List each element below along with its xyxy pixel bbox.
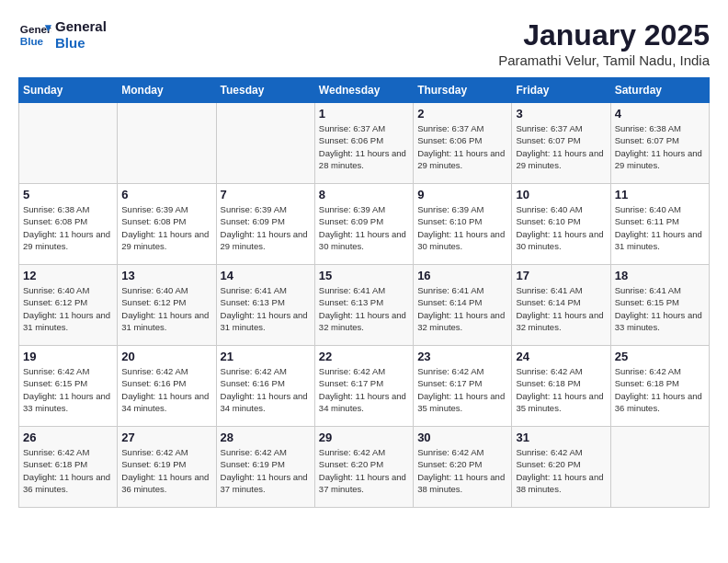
day-number: 23: [417, 350, 507, 363]
day-number: 9: [417, 188, 507, 201]
weekday-header-saturday: Saturday: [610, 78, 709, 103]
cell-detail: Sunrise: 6:41 AM Sunset: 6:13 PM Dayligh…: [221, 284, 311, 333]
day-number: 1: [319, 107, 409, 121]
calendar-cell: 4Sunrise: 6:38 AM Sunset: 6:07 PM Daylig…: [610, 103, 709, 184]
calendar-cell: 11Sunrise: 6:40 AM Sunset: 6:11 PM Dayli…: [610, 184, 709, 265]
logo-blue-text: Blue: [55, 35, 107, 52]
calendar-cell: 10Sunrise: 6:40 AM Sunset: 6:10 PM Dayli…: [512, 184, 610, 265]
calendar-cell: 16Sunrise: 6:41 AM Sunset: 6:14 PM Dayli…: [414, 265, 512, 346]
calendar-cell: 12Sunrise: 6:40 AM Sunset: 6:12 PM Dayli…: [19, 265, 118, 346]
day-number: 25: [615, 350, 705, 363]
day-number: 24: [516, 350, 606, 363]
day-number: 4: [615, 107, 705, 121]
weekday-header-friday: Friday: [512, 78, 610, 103]
calendar-cell: 18Sunrise: 6:41 AM Sunset: 6:15 PM Dayli…: [610, 265, 709, 346]
day-number: 13: [121, 269, 211, 282]
cell-detail: Sunrise: 6:39 AM Sunset: 6:10 PM Dayligh…: [417, 203, 507, 252]
cell-detail: Sunrise: 6:41 AM Sunset: 6:14 PM Dayligh…: [516, 284, 606, 333]
logo-general-text: General: [55, 18, 107, 35]
day-number: 12: [23, 269, 113, 282]
cell-detail: Sunrise: 6:40 AM Sunset: 6:12 PM Dayligh…: [23, 284, 113, 333]
page-header: General Blue General Blue January 2025 P…: [18, 18, 710, 68]
calendar-cell: 6Sunrise: 6:39 AM Sunset: 6:08 PM Daylig…: [118, 184, 216, 265]
calendar-cell: 1Sunrise: 6:37 AM Sunset: 6:06 PM Daylig…: [314, 103, 413, 184]
calendar-week-row: 5Sunrise: 6:38 AM Sunset: 6:08 PM Daylig…: [19, 184, 710, 265]
cell-detail: Sunrise: 6:42 AM Sunset: 6:18 PM Dayligh…: [23, 446, 113, 495]
day-number: 26: [23, 431, 113, 444]
day-number: 17: [516, 269, 606, 282]
cell-detail: Sunrise: 6:38 AM Sunset: 6:07 PM Dayligh…: [615, 122, 705, 171]
day-number: 20: [121, 350, 211, 363]
calendar-cell: 31Sunrise: 6:42 AM Sunset: 6:20 PM Dayli…: [512, 427, 610, 508]
calendar-subtitle: Paramathi Velur, Tamil Nadu, India: [498, 52, 710, 68]
logo-icon: General Blue: [18, 18, 51, 52]
day-number: 16: [417, 269, 507, 282]
day-number: 15: [319, 269, 409, 282]
calendar-cell: 25Sunrise: 6:42 AM Sunset: 6:18 PM Dayli…: [610, 346, 709, 427]
day-number: 2: [417, 107, 507, 121]
weekday-header-tuesday: Tuesday: [216, 78, 314, 103]
day-number: 5: [23, 188, 113, 201]
day-number: 19: [23, 350, 113, 363]
calendar-cell: 15Sunrise: 6:41 AM Sunset: 6:13 PM Dayli…: [314, 265, 413, 346]
calendar-cell: [118, 103, 216, 184]
cell-detail: Sunrise: 6:42 AM Sunset: 6:17 PM Dayligh…: [417, 365, 507, 414]
calendar-cell: 8Sunrise: 6:39 AM Sunset: 6:09 PM Daylig…: [314, 184, 413, 265]
cell-detail: Sunrise: 6:42 AM Sunset: 6:18 PM Dayligh…: [615, 365, 705, 414]
cell-detail: Sunrise: 6:39 AM Sunset: 6:09 PM Dayligh…: [319, 203, 409, 252]
cell-detail: Sunrise: 6:40 AM Sunset: 6:11 PM Dayligh…: [615, 203, 705, 252]
day-number: 7: [221, 188, 311, 201]
day-number: 31: [516, 431, 606, 444]
calendar-cell: 29Sunrise: 6:42 AM Sunset: 6:20 PM Dayli…: [314, 427, 413, 508]
calendar-title: January 2025: [498, 18, 710, 52]
cell-detail: Sunrise: 6:39 AM Sunset: 6:09 PM Dayligh…: [221, 203, 311, 252]
calendar-week-row: 12Sunrise: 6:40 AM Sunset: 6:12 PM Dayli…: [19, 265, 710, 346]
calendar-cell: 24Sunrise: 6:42 AM Sunset: 6:18 PM Dayli…: [512, 346, 610, 427]
svg-text:General: General: [20, 23, 51, 35]
cell-detail: Sunrise: 6:42 AM Sunset: 6:15 PM Dayligh…: [23, 365, 113, 414]
cell-detail: Sunrise: 6:41 AM Sunset: 6:15 PM Dayligh…: [615, 284, 705, 333]
cell-detail: Sunrise: 6:42 AM Sunset: 6:19 PM Dayligh…: [121, 446, 211, 495]
cell-detail: Sunrise: 6:37 AM Sunset: 6:06 PM Dayligh…: [417, 122, 507, 171]
calendar-week-row: 19Sunrise: 6:42 AM Sunset: 6:15 PM Dayli…: [19, 346, 710, 427]
weekday-header-row: SundayMondayTuesdayWednesdayThursdayFrid…: [19, 78, 710, 103]
calendar-cell: 30Sunrise: 6:42 AM Sunset: 6:20 PM Dayli…: [414, 427, 512, 508]
calendar-week-row: 26Sunrise: 6:42 AM Sunset: 6:18 PM Dayli…: [19, 427, 710, 508]
weekday-header-sunday: Sunday: [19, 78, 118, 103]
weekday-header-thursday: Thursday: [414, 78, 512, 103]
cell-detail: Sunrise: 6:37 AM Sunset: 6:06 PM Dayligh…: [319, 122, 409, 171]
day-number: 6: [121, 188, 211, 201]
calendar-cell: [216, 103, 314, 184]
day-number: 14: [221, 269, 311, 282]
svg-text:Blue: Blue: [20, 35, 44, 47]
day-number: 18: [615, 269, 705, 282]
calendar-cell: 3Sunrise: 6:37 AM Sunset: 6:07 PM Daylig…: [512, 103, 610, 184]
calendar-cell: 14Sunrise: 6:41 AM Sunset: 6:13 PM Dayli…: [216, 265, 314, 346]
day-number: 27: [121, 431, 211, 444]
cell-detail: Sunrise: 6:42 AM Sunset: 6:20 PM Dayligh…: [319, 446, 409, 495]
calendar-cell: 17Sunrise: 6:41 AM Sunset: 6:14 PM Dayli…: [512, 265, 610, 346]
cell-detail: Sunrise: 6:42 AM Sunset: 6:16 PM Dayligh…: [121, 365, 211, 414]
calendar-cell: 20Sunrise: 6:42 AM Sunset: 6:16 PM Dayli…: [118, 346, 216, 427]
cell-detail: Sunrise: 6:40 AM Sunset: 6:10 PM Dayligh…: [516, 203, 606, 252]
day-number: 3: [516, 107, 606, 121]
cell-detail: Sunrise: 6:40 AM Sunset: 6:12 PM Dayligh…: [121, 284, 211, 333]
day-number: 11: [615, 188, 705, 201]
day-number: 22: [319, 350, 409, 363]
cell-detail: Sunrise: 6:41 AM Sunset: 6:13 PM Dayligh…: [319, 284, 409, 333]
logo: General Blue General Blue: [18, 18, 107, 52]
calendar-cell: 13Sunrise: 6:40 AM Sunset: 6:12 PM Dayli…: [118, 265, 216, 346]
calendar-cell: 28Sunrise: 6:42 AM Sunset: 6:19 PM Dayli…: [216, 427, 314, 508]
cell-detail: Sunrise: 6:37 AM Sunset: 6:07 PM Dayligh…: [516, 122, 606, 171]
calendar-cell: 27Sunrise: 6:42 AM Sunset: 6:19 PM Dayli…: [118, 427, 216, 508]
calendar-cell: 21Sunrise: 6:42 AM Sunset: 6:16 PM Dayli…: [216, 346, 314, 427]
weekday-header-wednesday: Wednesday: [314, 78, 413, 103]
calendar-cell: [610, 427, 709, 508]
cell-detail: Sunrise: 6:42 AM Sunset: 6:17 PM Dayligh…: [319, 365, 409, 414]
day-number: 8: [319, 188, 409, 201]
calendar-cell: 23Sunrise: 6:42 AM Sunset: 6:17 PM Dayli…: [414, 346, 512, 427]
day-number: 30: [417, 431, 507, 444]
weekday-header-monday: Monday: [118, 78, 216, 103]
cell-detail: Sunrise: 6:39 AM Sunset: 6:08 PM Dayligh…: [121, 203, 211, 252]
cell-detail: Sunrise: 6:42 AM Sunset: 6:19 PM Dayligh…: [221, 446, 311, 495]
